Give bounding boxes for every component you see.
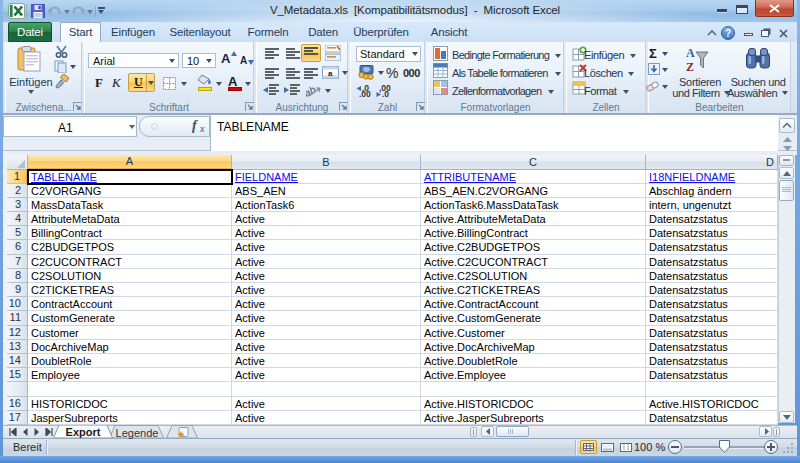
svg-text:A: A bbox=[686, 46, 695, 60]
svg-text:Z: Z bbox=[686, 60, 694, 72]
svg-text:,00: ,00 bbox=[359, 89, 371, 97]
svg-text:ab: ab bbox=[306, 84, 318, 97]
svg-text:,0: ,0 bbox=[382, 89, 389, 97]
svg-text:a: a bbox=[328, 69, 333, 78]
